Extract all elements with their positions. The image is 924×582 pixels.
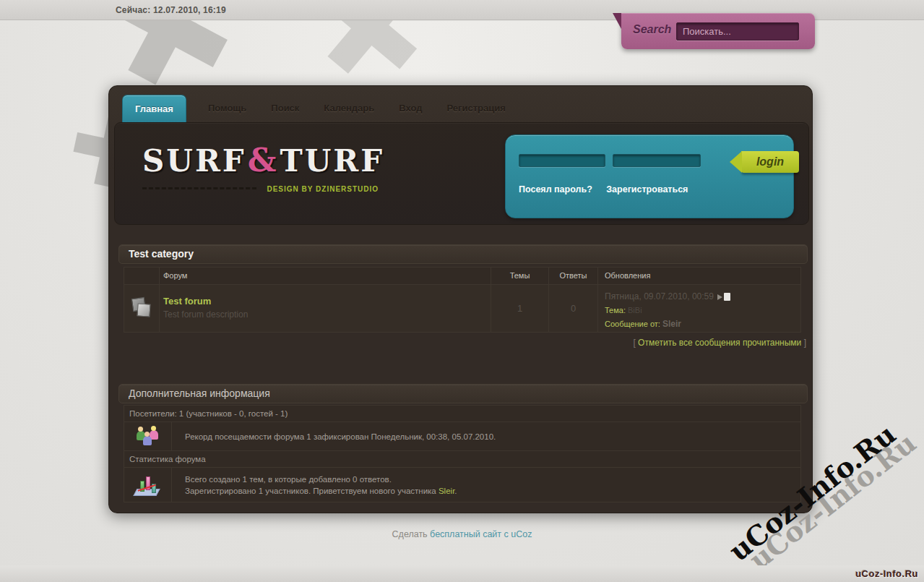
search-label: Search	[633, 23, 671, 36]
bottom-strip: uCoz-Info.Ru	[0, 565, 924, 582]
login-button[interactable]: login	[730, 151, 799, 173]
stats-line2: Зарегистрировано 1 участников. Приветств…	[185, 485, 800, 497]
category-title-bar: Test category	[118, 244, 808, 264]
last-poster-row: Сообщение от: Sleir	[605, 319, 800, 329]
person-figure-icon	[143, 436, 152, 445]
last-poster-link[interactable]: Sleir	[662, 319, 681, 329]
updates-cell: Пятница, 09.07.2010, 00:59 Тема: BiBi Со…	[597, 285, 800, 332]
mark-all-read-link[interactable]: Отметить все сообщения прочитанными	[638, 338, 801, 348]
site-header: SURF&TURF DESIGN BY DZINERSTUDIO login П…	[114, 122, 809, 225]
mark-all-read-row: [ Отметить все сообщения прочитанными ]	[633, 338, 806, 348]
forum-cell: Test forum Test forum description	[159, 285, 491, 332]
topic-label: Тема:	[605, 306, 626, 314]
login-button-arrow-icon	[730, 151, 742, 173]
topic-name-link[interactable]: BiBi	[628, 306, 642, 314]
login-password-field[interactable]	[613, 154, 701, 167]
last-post-date-row: Пятница, 09.07.2010, 00:59	[605, 291, 800, 301]
stats-line2-prefix: Зарегистрировано 1 участников. Приветств…	[185, 487, 439, 495]
header-updates: Обновления	[597, 268, 800, 284]
login-panel: login Посеял пароль? Зарегистроваться	[505, 134, 794, 218]
stats-line1: Всего создано 1 тем, в которые добавлено…	[185, 474, 800, 485]
logo-subline: DESIGN BY DZINERSTUDIO	[142, 181, 384, 194]
search-box: Search	[621, 13, 815, 49]
dashed-line-decoration	[142, 187, 256, 189]
tab-search[interactable]: Поиск	[268, 95, 302, 122]
logo-ampersand: &	[246, 142, 280, 179]
footer-prefix: Сделать	[392, 529, 431, 539]
stacked-pages-icon	[131, 298, 152, 320]
login-button-label: login	[741, 151, 799, 173]
logo-part2: TURF	[280, 143, 384, 179]
new-member-link[interactable]: Sleir	[439, 487, 454, 495]
additional-info-title-bar: Дополнительная информация	[118, 384, 808, 403]
stats-title-row: Статистика форума	[124, 451, 800, 467]
record-icon-cell	[124, 422, 172, 450]
forum-name-link[interactable]: Test forum	[163, 296, 211, 307]
site-logo: SURF&TURF DESIGN BY DZINERSTUDIO	[142, 142, 384, 194]
main-forum-panel: Главная Помощь Поиск Календарь Вход Реги…	[108, 85, 813, 513]
tab-calendar[interactable]: Календарь	[321, 95, 377, 122]
ucoz-footer: Сделать бесплатный сайт с uCoz	[0, 529, 924, 539]
tab-home[interactable]: Главная	[122, 95, 186, 122]
stats-row: Всего создано 1 тем, в которые добавлено…	[124, 467, 800, 502]
last-topic-row: Тема: BiBi	[605, 306, 800, 314]
search-input[interactable]	[676, 22, 799, 40]
stats-icon-cell	[124, 468, 172, 502]
forum-description: Test forum description	[163, 309, 491, 320]
header-icon-column	[124, 268, 159, 284]
message-from-label: Сообщение от:	[605, 320, 660, 328]
replies-count: 0	[548, 285, 597, 332]
login-username-field[interactable]	[519, 154, 605, 167]
stats-line2-suffix: .	[454, 487, 457, 495]
goto-new-post-icon[interactable]	[717, 294, 722, 300]
visitors-row: Посетители: 1 (участников - 0, гостей - …	[124, 406, 800, 421]
login-links: Посеял пароль? Зарегистроваться	[519, 184, 688, 194]
category-title: Test category	[129, 248, 194, 260]
threads-count: 1	[491, 285, 548, 332]
last-post-date: Пятница, 09.07.2010, 00:59	[605, 291, 714, 301]
bracket-open: [	[633, 338, 635, 348]
forum-table: Форум Темы Ответы Обновления Test forum …	[124, 267, 801, 333]
tab-help[interactable]: Помощь	[205, 95, 249, 122]
header-threads: Темы	[491, 268, 548, 284]
logo-part1: SURF	[142, 143, 246, 179]
logo-title: SURF&TURF	[142, 142, 384, 179]
bracket-close: ]	[804, 338, 806, 348]
logo-tagline: DESIGN BY DZINERSTUDIO	[267, 185, 379, 193]
bar-chart-icon	[134, 473, 163, 497]
stats-text-cell: Всего создано 1 тем, в которые добавлено…	[172, 468, 800, 502]
forum-table-header: Форум Темы Ответы Обновления	[124, 268, 800, 284]
additional-info-title: Дополнительная информация	[129, 388, 270, 399]
info-table: Посетители: 1 (участников - 0, гостей - …	[124, 405, 801, 502]
forum-row: Test forum Test forum description 1 0 Пя…	[124, 284, 800, 332]
main-navigation: Главная Помощь Поиск Календарь Вход Реги…	[122, 95, 509, 122]
ucoz-footer-link[interactable]: бесплатный сайт с uCoz	[430, 529, 532, 539]
watermark-small-text: uCoz-Info.Ru	[855, 568, 918, 579]
lost-password-link[interactable]: Посеял пароль?	[519, 184, 592, 194]
ribbon-fold-decoration	[613, 13, 621, 29]
tab-login[interactable]: Вход	[396, 95, 425, 122]
header-forum: Форум	[159, 268, 491, 284]
register-link[interactable]: Зарегистроваться	[606, 184, 688, 194]
record-row: Рекорд посещаемости форума 1 зафиксирова…	[124, 421, 800, 451]
record-text-cell: Рекорд посещаемости форума 1 зафиксирова…	[172, 422, 800, 450]
header-replies: Ответы	[548, 268, 597, 284]
new-post-page-icon[interactable]	[724, 293, 730, 301]
forum-status-cell	[124, 285, 159, 332]
current-time-label: Сейчас: 12.07.2010, 16:19	[116, 0, 226, 20]
record-text: Рекорд посещаемости форума 1 зафиксирова…	[185, 431, 800, 442]
people-group-icon	[135, 426, 161, 448]
tab-register[interactable]: Регистрация	[444, 95, 508, 122]
